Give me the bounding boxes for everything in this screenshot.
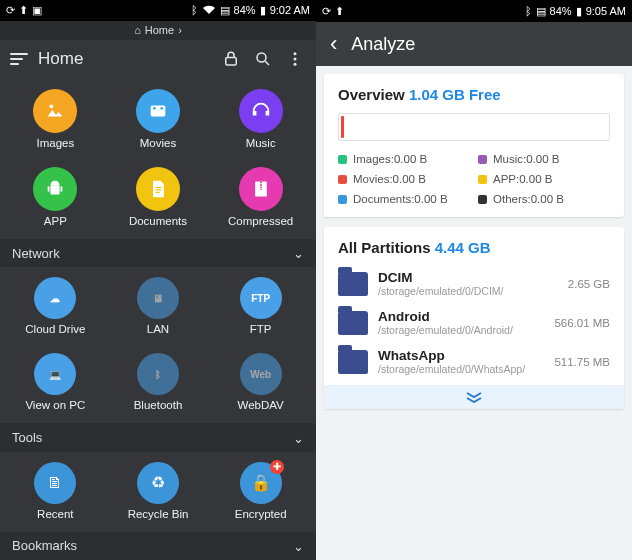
svg-rect-10 — [48, 186, 50, 192]
network-icon: FTP — [240, 277, 282, 319]
category-app[interactable]: APP — [4, 163, 107, 231]
bookmarks-header[interactable]: Bookmarks ⌄ — [0, 532, 316, 560]
tool-icon: 🔒✚ — [240, 462, 282, 504]
svg-rect-9 — [51, 186, 60, 195]
svg-point-3 — [294, 58, 297, 61]
category-label: Documents — [129, 215, 187, 227]
expand-button[interactable] — [324, 385, 624, 409]
svg-point-7 — [153, 107, 156, 110]
partition-row[interactable]: WhatsApp/storage/emulated/0/WhatsApp/511… — [338, 342, 610, 381]
status-bar: ⟳ ⬆ ᛒ ▤ 84% ▮ 9:05 AM — [316, 0, 632, 22]
analyze-screen: ⟳ ⬆ ᛒ ▤ 84% ▮ 9:05 AM ‹ Analyze Overview… — [316, 0, 632, 560]
partition-row[interactable]: DCIM/storage/emulated/0/DCIM/2.65 GB — [338, 264, 610, 303]
analyze-topbar: ‹ Analyze — [316, 22, 632, 66]
page-title: Analyze — [351, 34, 415, 55]
menu-button[interactable] — [10, 53, 28, 65]
upload-icon: ⬆ — [19, 5, 28, 16]
svg-point-1 — [257, 53, 266, 62]
svg-rect-6 — [151, 106, 166, 117]
category-documents[interactable]: Documents — [107, 163, 210, 231]
usage-bar — [338, 113, 610, 141]
lock-button[interactable] — [220, 48, 242, 70]
tool-icon: ♻ — [137, 462, 179, 504]
overflow-button[interactable] — [284, 48, 306, 70]
sync-icon: ⟳ — [322, 6, 331, 17]
category-label: Compressed — [228, 215, 293, 227]
network-bluetooth[interactable]: ᛒBluetooth — [107, 349, 210, 415]
battery-icon: ▮ — [260, 5, 266, 16]
partition-path: /storage/emulated/0/DCIM/ — [378, 285, 558, 297]
movie-icon — [136, 89, 180, 133]
svg-rect-11 — [61, 186, 63, 192]
tool-icon: 🗎 — [34, 462, 76, 504]
swatch-icon — [338, 175, 347, 184]
folder-icon — [338, 350, 368, 374]
legend-movies: Movies:0.00 B — [338, 173, 470, 185]
picture-icon: ▣ — [32, 5, 42, 16]
category-movies[interactable]: Movies — [107, 85, 210, 153]
partition-name: DCIM — [378, 270, 558, 285]
category-images[interactable]: Images — [4, 85, 107, 153]
network-label: Bluetooth — [134, 399, 183, 411]
tool-encrypted[interactable]: 🔒✚Encrypted — [209, 458, 312, 524]
legend-documents: Documents:0.00 B — [338, 193, 470, 205]
partition-path: /storage/emulated/0/WhatsApp/ — [378, 363, 544, 375]
tool-label: Recycle Bin — [128, 508, 189, 520]
category-label: Music — [246, 137, 276, 149]
chevron-down-icon: ⌄ — [293, 538, 304, 553]
partition-name: WhatsApp — [378, 348, 544, 363]
legend-images: Images:0.00 B — [338, 153, 470, 165]
tool-recent[interactable]: 🗎Recent — [4, 458, 107, 524]
category-compressed[interactable]: Compressed — [209, 163, 312, 231]
page-title: Home — [38, 49, 83, 69]
sd-icon: ▤ — [536, 6, 546, 17]
network-ftp[interactable]: FTPFTP — [209, 273, 312, 339]
svg-point-8 — [160, 107, 163, 110]
categories-grid: ImagesMoviesMusicAPPDocumentsCompressed — [0, 79, 316, 239]
network-view-on-pc[interactable]: 💻View on PC — [4, 349, 107, 415]
home-icon: ⌂ — [134, 24, 141, 36]
doc-icon — [136, 167, 180, 211]
network-label: FTP — [250, 323, 272, 335]
network-header[interactable]: Network ⌄ — [0, 239, 316, 267]
sync-icon: ⟳ — [6, 5, 15, 16]
network-label: LAN — [147, 323, 169, 335]
network-icon: ☁ — [34, 277, 76, 319]
breadcrumb[interactable]: ⌂ Home › — [0, 21, 316, 40]
legend-music: Music:0.00 B — [478, 153, 610, 165]
chevron-down-icon: ⌄ — [293, 430, 304, 445]
network-cloud-drive[interactable]: ☁Cloud Drive — [4, 273, 107, 339]
back-button[interactable]: ‹ — [330, 31, 337, 57]
partition-size: 566.01 MB — [554, 317, 610, 329]
partition-size: 2.65 GB — [568, 278, 610, 290]
network-webdav[interactable]: WebWebDAV — [209, 349, 312, 415]
bluetooth-icon: ᛒ — [191, 5, 198, 16]
search-button[interactable] — [252, 48, 274, 70]
folder-icon — [338, 272, 368, 296]
folder-icon — [338, 311, 368, 335]
svg-point-2 — [294, 53, 297, 56]
partitions-card: All Partitions 4.44 GB DCIM/storage/emul… — [324, 227, 624, 409]
partition-name: Android — [378, 309, 544, 324]
network-icon: Web — [240, 353, 282, 395]
chevron-down-icon: ⌄ — [293, 246, 304, 261]
battery-pct: 84% — [234, 4, 256, 16]
category-music[interactable]: Music — [209, 85, 312, 153]
network-icon: 💻 — [34, 353, 76, 395]
overview-card: Overview 1.04 GB Free Images:0.00 BMusic… — [324, 74, 624, 217]
tools-header[interactable]: Tools ⌄ — [0, 423, 316, 451]
bluetooth-icon: ᛒ — [525, 6, 532, 17]
legend-others: Others:0.00 B — [478, 193, 610, 205]
overview-label: Overview — [338, 86, 405, 103]
partition-row[interactable]: Android/storage/emulated/0/Android/566.0… — [338, 303, 610, 342]
tool-label: Encrypted — [235, 508, 287, 520]
partition-size: 511.75 MB — [554, 356, 610, 368]
image-icon — [33, 89, 77, 133]
network-icon: ᛒ — [137, 353, 179, 395]
tool-recycle-bin[interactable]: ♻Recycle Bin — [107, 458, 210, 524]
network-label: Cloud Drive — [25, 323, 85, 335]
swatch-icon — [478, 155, 487, 164]
network-lan[interactable]: 🖥LAN — [107, 273, 210, 339]
category-label: APP — [44, 215, 67, 227]
swatch-icon — [478, 195, 487, 204]
